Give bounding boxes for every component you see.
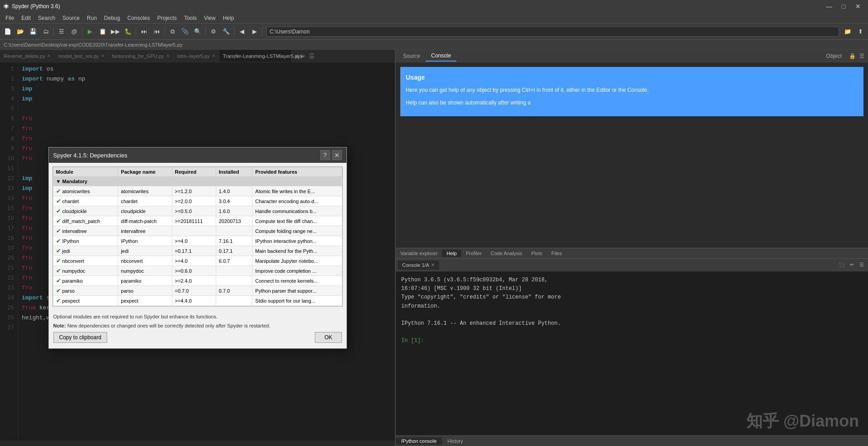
ok-btn[interactable]: OK [315, 332, 342, 343]
toolbar-save-all-btn[interactable]: 🗂 [40, 26, 52, 38]
menu-item-tools[interactable]: Tools [180, 14, 200, 22]
menu-item-edit[interactable]: Edit [18, 14, 34, 22]
toolbar-debug-btn[interactable]: 🐛 [122, 26, 134, 38]
tab-object[interactable]: Object [821, 51, 847, 61]
usage-box: Usage Here you can get help of any objec… [400, 67, 863, 116]
cell-package: diff-match-patch [118, 216, 172, 226]
minimize-button[interactable]: — [823, 0, 835, 13]
console-line-5 [401, 311, 863, 319]
cell-installed: 0.7.5 [216, 306, 252, 307]
toolbar-forward-btn[interactable]: ▶ [249, 26, 261, 38]
toolbar-next-btn[interactable]: ⏭ [138, 26, 150, 38]
tab-console[interactable]: Console [426, 51, 456, 62]
toolbar-new-btn[interactable]: 📄 [2, 26, 14, 38]
dialog-close-btn[interactable]: ✕ [332, 150, 342, 160]
bottom-tab-ipython[interactable]: IPython console [396, 437, 442, 445]
menu-item-consoles[interactable]: Consoles [123, 14, 153, 22]
table-row[interactable]: ✔ parso parso =0.7.0 0.7.0 Python parser… [53, 286, 342, 296]
table-row[interactable]: ✔ pexpect pexpect >=4.4.0 Stdio support … [53, 296, 342, 306]
table-row[interactable]: ✔ atomicwrites atomicwrites >=1.2.0 1.4.… [53, 186, 342, 196]
table-row[interactable]: ✔ nbconvert nbconvert >=4.0 6.0.7 Manipu… [53, 256, 342, 266]
table-row[interactable]: ✔ cloudpickle cloudpickle >=0.5.0 1.6.0 … [53, 206, 342, 216]
path-input[interactable] [266, 27, 839, 37]
table-row[interactable]: ✔ paramiko paramiko >=2.4.0 Connect to r… [53, 276, 342, 286]
toolbar-back-btn[interactable]: ◀ [236, 26, 248, 38]
cell-required: >=4.0 [172, 236, 216, 246]
console-btn-menu[interactable]: ☰ [857, 261, 866, 270]
subtab-plots[interactable]: Plots [527, 250, 547, 257]
cell-installed [216, 266, 252, 276]
menu-item-projects[interactable]: Projects [154, 14, 180, 22]
toolbar-up-btn[interactable]: ⬆ [854, 26, 866, 38]
right-top-tabs: Source Console Object 🔒 ☰ [396, 50, 868, 62]
cell-installed: 7.16.1 [216, 236, 252, 246]
dependencies-table-container[interactable]: Module Package name Required Installed P… [52, 166, 343, 307]
toolbar-run-file-btn[interactable]: 📋 [97, 26, 109, 38]
cell-module: ✔ pexpect [53, 296, 118, 306]
toolbar-save-btn[interactable]: 💾 [27, 26, 39, 38]
table-row[interactable]: ✔ intervaltree intervaltree Compute fold… [53, 226, 342, 236]
toolbar-separator-1 [53, 27, 54, 36]
copy-clipboard-btn[interactable]: Copy to clipboard [53, 332, 107, 343]
editor-pane: Reverse_delete.py ✕ model_test_res.py ✕ … [0, 50, 396, 446]
menu-item-search[interactable]: Search [34, 14, 59, 22]
help-panel: Usage Here you can get help of any objec… [396, 62, 868, 248]
console-tab-1[interactable]: Console 1/A ✕ [398, 261, 439, 270]
table-row[interactable]: ✔ chardet chardet >=2.0.0 3.0.4 Characte… [53, 196, 342, 206]
toolbar-run-sel-btn[interactable]: ▶▶ [109, 26, 121, 38]
toolbar-list-btn[interactable]: ☰ [56, 26, 67, 38]
cell-module: ✔ IPython [53, 236, 118, 246]
tab-source[interactable]: Source [398, 51, 426, 61]
toolbar-settings-btn[interactable]: ⚙ [208, 26, 219, 38]
table-row[interactable]: ✔ numpydoc numpydoc >=0.6.0 Improve code… [53, 266, 342, 276]
cell-package: intervaltree [118, 226, 172, 236]
dependencies-dialog: Spyder 4.1.5: Dependencies ? ✕ Module Pa… [48, 147, 347, 349]
cell-installed [216, 226, 252, 236]
toolbar-find-btn[interactable]: 🔍 [192, 26, 204, 38]
menu-item-source[interactable]: Source [59, 14, 83, 22]
console-line-7 [401, 328, 863, 337]
table-row[interactable]: ✔ pickleshare pickleshare >=0.4 0.7.5 Ca… [53, 306, 342, 307]
cell-package: jedi [118, 246, 172, 256]
table-row[interactable]: ✔ IPython IPython >=4.0 7.16.1 IPython i… [53, 236, 342, 246]
maximize-button[interactable]: □ [837, 0, 850, 13]
menu-item-help[interactable]: Help [219, 14, 238, 22]
console-bottom-tabs: IPython console History [396, 435, 868, 446]
cell-installed: 0.17.1 [216, 246, 252, 256]
toolbar-copy-btn[interactable]: ⧉ [166, 26, 178, 38]
subtab-variable-explorer[interactable]: Variable explorer [396, 250, 442, 257]
watermark: 知乎 @Diamon [746, 410, 859, 432]
console-btn-stop[interactable]: ⬛ [837, 261, 846, 270]
cell-required: >=0.4 [172, 306, 216, 307]
subtab-files[interactable]: Files [547, 250, 566, 257]
console-btn-edit[interactable]: ✏ [847, 261, 856, 270]
cell-features: IPython interactive python... [252, 236, 342, 246]
toolbar-gear2-btn[interactable]: 🔧 [220, 26, 232, 38]
menu-item-file[interactable]: File [2, 14, 18, 22]
toolbar-prev-btn[interactable]: ⏮ [151, 26, 162, 38]
subtab-profiler[interactable]: Profiler [461, 250, 486, 257]
cell-required: >=2.0.0 [172, 196, 216, 206]
menu-item-view[interactable]: View [200, 14, 219, 22]
menu-item-run[interactable]: Run [83, 14, 100, 22]
toolbar-open-btn[interactable]: 📂 [14, 26, 26, 38]
toolbar-nav-btn[interactable]: 📁 [842, 26, 854, 38]
toolbar-paste-btn[interactable]: 📎 [179, 26, 191, 38]
usage-text2: Help can also be shown automatically aft… [406, 99, 858, 107]
cell-module: ✔ pickleshare [53, 306, 118, 307]
right-pane-lock[interactable]: 🔒 [847, 53, 858, 59]
bottom-tab-history[interactable]: History [442, 437, 468, 445]
table-row[interactable]: ✔ diff_match_patch diff-match-patch >=20… [53, 216, 342, 226]
cell-package: atomicwrites [118, 186, 172, 196]
toolbar-run-btn[interactable]: ▶ [84, 26, 96, 38]
subtab-code-analysis[interactable]: Code Analysis [486, 250, 527, 257]
subtab-help[interactable]: Help [442, 250, 461, 257]
right-pane-menu[interactable]: ☰ [858, 53, 866, 59]
dialog-help-btn[interactable]: ? [320, 150, 330, 160]
close-button[interactable]: ✕ [852, 0, 864, 13]
console-close-btn[interactable]: ✕ [431, 262, 435, 267]
table-row[interactable]: ✔ jedi jedi =0.17.1 0.17.1 Main backend … [53, 246, 342, 256]
toolbar-at-btn[interactable]: @ [68, 26, 80, 38]
menu-item-debug[interactable]: Debug [100, 14, 123, 22]
main-layout: Reverse_delete.py ✕ model_test_res.py ✕ … [0, 50, 868, 446]
